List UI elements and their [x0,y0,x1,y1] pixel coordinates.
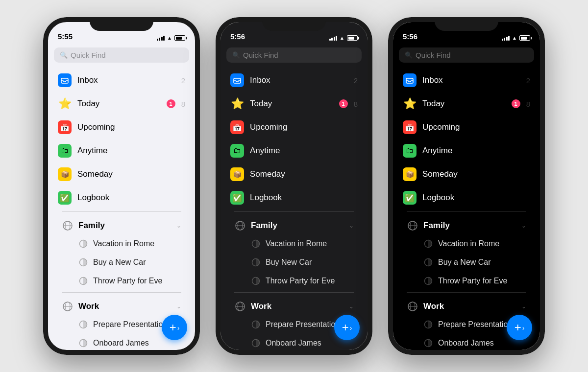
task-label: Buy a New Car [93,258,181,267]
upcoming-label: Upcoming [77,122,185,132]
task-circle-icon [251,338,261,348]
upcoming-label: Upcoming [422,122,530,132]
phone-black: 5:56▲🔍Quick Find Inbox2⭐Today18📅Upcoming… [388,17,545,355]
area-divider [62,292,181,293]
wifi-signal-icon: ▲ [167,35,172,41]
nav-item-upcoming[interactable]: 📅Upcoming [224,116,364,139]
status-time: 5:55 [58,32,73,41]
task-item[interactable]: Throw Party for Eve [52,272,191,290]
task-circle-icon [423,239,433,249]
phone-dark: 5:56▲🔍Quick Find Inbox2⭐Today18📅Upcoming… [216,17,372,355]
area-header-family[interactable]: Family⌄ [224,214,364,234]
logbook-icon: ✅ [58,191,72,205]
nav-item-inbox[interactable]: Inbox2 [52,69,191,92]
task-item[interactable]: Throw Party for Eve [224,272,364,290]
search-icon: 🔍 [405,51,413,59]
nav-list: Inbox2⭐Today18📅Upcoming🗂Anytime📦Someday✅… [48,69,195,350]
search-bar[interactable]: 🔍Quick Find [54,47,189,63]
area-work-chevron: ⌄ [349,303,354,310]
area-header-work[interactable]: Work⌄ [52,295,191,315]
today-icon: ⭐ [58,97,72,111]
today-icon: ⭐ [403,97,416,111]
task-item[interactable]: Throw Party for Eve [397,272,536,290]
nav-item-logbook[interactable]: ✅Logbook [397,186,536,209]
fab-button[interactable]: +› [507,315,532,340]
logbook-label: Logbook [77,193,185,203]
area-header-work[interactable]: Work⌄ [224,295,364,315]
area-header-work[interactable]: Work⌄ [397,295,536,315]
fab-plus-icon: + [342,322,349,333]
area-family-chevron: ⌄ [521,222,526,229]
search-bar[interactable]: 🔍Quick Find [226,47,362,63]
area-family-icon [234,220,246,232]
anytime-label: Anytime [77,146,185,156]
logbook-label: Logbook [422,193,530,203]
area-family-label: Family [423,221,516,231]
someday-icon: 📦 [58,167,72,181]
fab-plus-icon: + [514,322,521,333]
task-item[interactable]: Buy a New Car [397,253,536,272]
fab-button[interactable]: +› [162,315,187,340]
nav-item-today[interactable]: ⭐Today18 [52,92,191,116]
nav-item-inbox[interactable]: Inbox2 [397,69,536,92]
phone-light: 5:55▲🔍Quick Find Inbox2⭐Today18📅Upcoming… [43,17,200,355]
inbox-icon [230,73,244,87]
task-label: Vacation in Rome [438,239,526,248]
search-placeholder: Quick Find [243,51,278,59]
inbox-icon [403,73,416,87]
nav-item-logbook[interactable]: ✅Logbook [224,186,364,209]
task-item[interactable]: Vacation in Rome [52,234,191,253]
today-badge: 1 [512,99,520,108]
task-item[interactable]: Buy New Car [224,253,364,272]
task-circle-icon [78,239,88,249]
upcoming-icon: 📅 [403,120,416,134]
area-header-family[interactable]: Family⌄ [52,214,191,234]
task-circle-icon [78,257,88,267]
battery-icon [174,35,185,41]
task-item[interactable]: Vacation in Rome [224,234,364,253]
task-item[interactable]: Buy a New Car [52,253,191,272]
area-work-icon [62,301,74,312]
nav-item-someday[interactable]: 📦Someday [224,163,364,186]
area-header-family[interactable]: Family⌄ [397,214,536,234]
notch [90,17,153,31]
notch [262,17,326,31]
nav-item-anytime[interactable]: 🗂Anytime [397,139,536,163]
section-divider [234,211,354,212]
task-circle-icon [423,276,433,286]
task-label: Onboard James [93,339,181,348]
signal-icon [329,36,338,41]
task-label: Throw Party for Eve [93,277,181,285]
nav-item-anytime[interactable]: 🗂Anytime [224,139,364,163]
nav-item-someday[interactable]: 📦Someday [52,163,191,186]
anytime-icon: 🗂 [403,144,416,158]
nav-item-today[interactable]: ⭐Today18 [397,92,536,116]
area-work-label: Work [423,302,516,311]
today-count: 8 [181,100,185,108]
inbox-label: Inbox [250,75,348,85]
nav-item-anytime[interactable]: 🗂Anytime [52,139,191,163]
nav-item-someday[interactable]: 📦Someday [397,163,536,186]
task-circle-icon [251,276,261,286]
fab-button[interactable]: +› [334,315,360,340]
search-bar[interactable]: 🔍Quick Find [399,47,534,63]
fab-plus-icon: + [170,322,176,333]
logbook-icon: ✅ [403,191,416,205]
task-circle-icon [78,276,88,286]
nav-item-upcoming[interactable]: 📅Upcoming [52,116,191,139]
someday-icon: 📦 [230,167,244,181]
nav-item-upcoming[interactable]: 📅Upcoming [397,116,536,139]
task-label: Buy a New Car [438,258,526,267]
area-work-label: Work [78,302,172,311]
task-label: Buy New Car [266,258,354,267]
wifi-signal-icon: ▲ [340,35,344,41]
someday-label: Someday [422,169,530,179]
task-label: Onboard James [438,339,526,348]
nav-item-today[interactable]: ⭐Today18 [224,92,364,116]
task-item[interactable]: Vacation in Rome [397,234,536,253]
area-family-label: Family [251,221,344,231]
inbox-count: 2 [526,76,530,85]
inbox-count: 2 [354,76,358,85]
nav-item-logbook[interactable]: ✅Logbook [52,186,191,209]
nav-item-inbox[interactable]: Inbox2 [224,69,364,92]
